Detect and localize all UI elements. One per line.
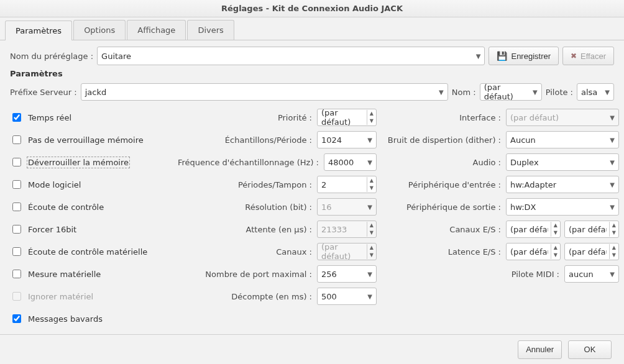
- chevron-down-icon: ▼: [610, 271, 615, 278]
- priority-spin[interactable]: (par défaut)▲▼: [317, 109, 377, 126]
- down-icon[interactable]: ▼: [551, 229, 560, 237]
- chevron-down-icon: ▼: [439, 89, 444, 96]
- up-icon[interactable]: ▲: [610, 244, 618, 252]
- down-icon[interactable]: ▼: [610, 252, 618, 259]
- server-name-label: Nom :: [452, 88, 476, 97]
- tab-content: Nom du préréglage : Guitare ▼ 💾 Enregist…: [0, 40, 624, 334]
- save-button[interactable]: 💾 Enregistrer: [489, 47, 559, 65]
- outdev-label: Périphérique de sortie :: [406, 202, 501, 212]
- server-prefix-value: jackd: [85, 88, 107, 97]
- frames-combo[interactable]: 1024▼: [317, 131, 377, 148]
- chanes-out-spin[interactable]: (par défaut)▲▼: [564, 221, 619, 238]
- up-icon[interactable]: ▲: [551, 222, 560, 229]
- chk-unlockmem[interactable]: Déverrouiller la mémoire: [10, 153, 172, 171]
- dialog-footer: Annuler OK: [0, 334, 624, 364]
- latencyes-pair: (par défaut)▲▼ (par défaut)▲▼: [506, 243, 619, 260]
- chk-ignorehw: Ignorer matériel: [10, 287, 172, 306]
- periods-spin[interactable]: 2▲▼: [317, 176, 377, 193]
- wordlen-label: Résolution (bit) :: [245, 202, 312, 212]
- driver-label: Pilote :: [546, 88, 573, 97]
- chk-realtime[interactable]: Temps réel: [10, 108, 172, 127]
- up-icon[interactable]: ▲: [367, 177, 376, 184]
- timeout-combo[interactable]: 500▼: [317, 288, 377, 305]
- row-outdev: Périphérique de sortie : hw:DX▼: [383, 198, 619, 216]
- down-icon[interactable]: ▼: [367, 184, 376, 192]
- indev-combo[interactable]: hw:Adapter▼: [506, 176, 619, 193]
- frames-label: Échantillons/Période :: [225, 135, 312, 145]
- row-chanes: Canaux E/S : (par défaut)▲▼ (par défaut)…: [383, 220, 619, 239]
- latencyes-label: Latence E/S :: [448, 247, 501, 257]
- tab-affichage[interactable]: Affichage: [127, 20, 186, 40]
- wait-label: Attente (en µs) :: [246, 225, 312, 234]
- row-mididrv: Pilote MIDI : aucun▼: [383, 265, 619, 283]
- driver-combo[interactable]: alsa ▼: [577, 83, 614, 101]
- chk-hwmeter[interactable]: Mesure matérielle: [10, 265, 172, 283]
- clear-button[interactable]: ✖ Effacer: [562, 47, 614, 65]
- titlebar: Réglages - Kit de Connexion Audio JACK: [0, 0, 624, 17]
- interface-combo: (par défaut)▼: [506, 109, 619, 126]
- priority-label: Priorité :: [278, 113, 312, 122]
- chk-nomemlock[interactable]: Pas de verrouillage mémoire: [10, 130, 172, 149]
- preset-row: Nom du préréglage : Guitare ▼ 💾 Enregist…: [10, 47, 614, 65]
- up-icon[interactable]: ▲: [610, 222, 618, 229]
- mididrv-label: Pilote MIDI :: [512, 270, 559, 279]
- checkbox-column: Temps réel Pas de verrouillage mémoire D…: [10, 108, 172, 328]
- row-wordlen: Résolution (bit) : 16▼: [178, 198, 377, 216]
- up-icon[interactable]: ▲: [551, 244, 560, 252]
- mididrv-combo[interactable]: aucun▼: [564, 265, 619, 283]
- ok-button[interactable]: OK: [568, 340, 612, 359]
- chevron-down-icon: ▼: [610, 181, 615, 188]
- server-name-combo[interactable]: (par défaut) ▼: [480, 83, 542, 101]
- chanes-pair: (par défaut)▲▼ (par défaut)▲▼: [506, 221, 619, 238]
- down-icon[interactable]: ▼: [367, 117, 376, 125]
- samplerate-label: Fréquence d'échantillonnage (Hz) :: [178, 158, 319, 167]
- tab-options[interactable]: Options: [73, 20, 126, 40]
- chevron-down-icon: ▼: [610, 114, 615, 121]
- down-icon[interactable]: ▼: [610, 229, 618, 237]
- chanes-in-spin[interactable]: (par défaut)▲▼: [506, 221, 561, 238]
- dither-combo[interactable]: Aucun▼: [506, 131, 619, 148]
- chevron-down-icon: ▼: [367, 204, 372, 211]
- tabs: Paramètres Options Affichage Divers: [0, 20, 624, 40]
- dither-label: Bruit de dispertion (dither) :: [388, 135, 501, 145]
- preset-value: Guitare: [101, 52, 131, 61]
- chk-verbose[interactable]: Messages bavards: [10, 309, 172, 328]
- tab-parametres[interactable]: Paramètres: [5, 20, 72, 40]
- row-chan: Canaux : (par défaut)▲▼: [178, 242, 377, 261]
- chevron-down-icon: ▼: [476, 53, 481, 60]
- row-priority: Priorité : (par défaut)▲▼: [178, 108, 377, 127]
- server-row: Préfixe Serveur : jackd ▼ Nom : (par déf…: [10, 83, 614, 101]
- down-icon: ▼: [367, 252, 376, 259]
- server-prefix-label: Préfixe Serveur :: [10, 88, 77, 97]
- samplerate-combo[interactable]: 48000▼: [324, 153, 377, 171]
- audio-combo[interactable]: Duplex▼: [506, 153, 619, 171]
- portmax-combo[interactable]: 256▼: [317, 265, 377, 283]
- chk-monitor[interactable]: Écoute de contrôle: [10, 198, 172, 216]
- down-icon: ▼: [367, 229, 376, 237]
- save-icon: 💾: [497, 51, 507, 61]
- indev-label: Périphérique d'entrée :: [408, 180, 501, 189]
- preset-combo[interactable]: Guitare ▼: [97, 47, 485, 65]
- row-samplerate: Fréquence d'échantillonnage (Hz) : 48000…: [178, 153, 377, 171]
- interface-label: Interface :: [459, 113, 501, 122]
- tab-divers[interactable]: Divers: [187, 20, 234, 40]
- wait-spin: 21333▲▼: [317, 221, 377, 238]
- preset-label: Nom du préréglage :: [10, 52, 93, 61]
- middle-column: Priorité : (par défaut)▲▼ Échantillons/P…: [178, 108, 377, 328]
- down-icon[interactable]: ▼: [551, 252, 560, 259]
- portmax-label: Nombre de port maximal :: [205, 270, 312, 279]
- chk-hwmon[interactable]: Écoute de contrôle matérielle: [10, 242, 172, 261]
- chan-spin: (par défaut)▲▼: [317, 243, 377, 260]
- settings-window: Réglages - Kit de Connexion Audio JACK P…: [0, 0, 624, 364]
- chk-force16[interactable]: Forcer 16bit: [10, 220, 172, 239]
- cancel-button[interactable]: Annuler: [518, 340, 562, 359]
- server-prefix-combo[interactable]: jackd ▼: [81, 83, 448, 101]
- chk-softmode[interactable]: Mode logiciel: [10, 175, 172, 194]
- chan-label: Canaux :: [276, 247, 312, 257]
- up-icon[interactable]: ▲: [367, 110, 376, 117]
- latency-out-spin[interactable]: (par défaut)▲▼: [564, 243, 619, 260]
- outdev-combo[interactable]: hw:DX▼: [506, 198, 619, 216]
- latency-in-spin[interactable]: (par défaut)▲▼: [506, 243, 561, 260]
- server-name-value: (par défaut): [484, 83, 530, 101]
- row-interface: Interface : (par défaut)▼: [383, 108, 619, 127]
